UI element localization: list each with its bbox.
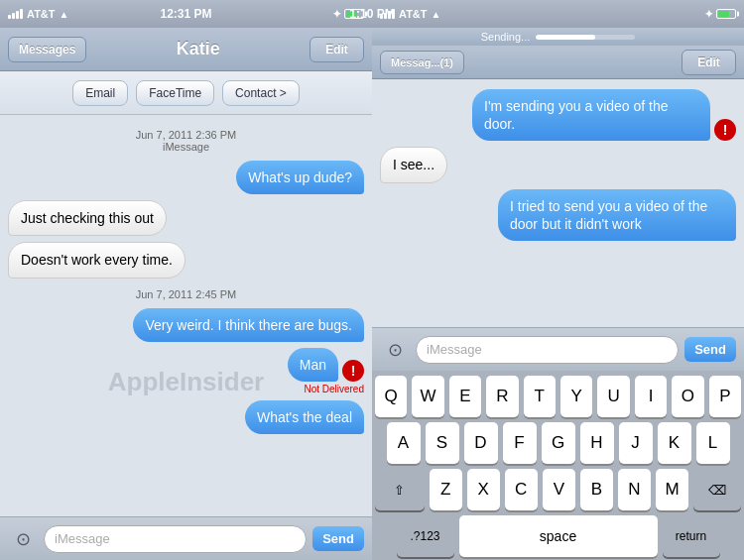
delete-key[interactable]: ⌫ [693, 469, 741, 510]
bluetooth-icon-2: ✦ [704, 8, 713, 21]
status-right-2: ✦ [704, 8, 736, 21]
bubble-sent: Man [288, 348, 338, 382]
key-a[interactable]: A [387, 422, 421, 464]
bubble-received: Just checking this out [8, 200, 167, 236]
msg-row: What's the deal [8, 400, 364, 434]
key-z[interactable]: Z [430, 469, 462, 510]
input-bar-2: ⊙ iMessage Send [372, 327, 744, 371]
camera-button-2[interactable]: ⊙ [380, 335, 410, 365]
wifi-icon-1: ▲ [60, 9, 69, 20]
key-q[interactable]: Q [375, 376, 407, 417]
send-button-1[interactable]: Send [312, 526, 364, 551]
error-icon: ! [342, 360, 364, 382]
key-n[interactable]: N [618, 469, 651, 510]
shift-key[interactable]: ⇧ [375, 469, 425, 510]
time-1: 12:31 PM [160, 7, 211, 21]
key-x[interactable]: X [467, 469, 500, 510]
bubble-sent: What's up dude? [236, 161, 364, 194]
phone1: AT&T ▲ 12:31 PM ✦ Messages Katie Edit Em… [0, 0, 372, 560]
key-o[interactable]: O [672, 376, 703, 417]
key-e[interactable]: E [449, 376, 481, 417]
msg-with-error: Man ! Not Delivered [8, 348, 364, 394]
kb-row-1: Q W E R T Y U I O P [375, 376, 741, 417]
status-bar-1: AT&T ▲ 12:31 PM ✦ [0, 0, 372, 28]
numbers-key[interactable]: .?123 [397, 515, 454, 557]
key-h[interactable]: H [580, 422, 614, 464]
status-bar-2: AT&T ▲ 1:10 PM ✦ [372, 0, 744, 28]
contact-button[interactable]: Contact > [222, 80, 300, 106]
space-key[interactable]: space [459, 515, 658, 557]
messages-area-2: I'm sending you a video of the door. ! I… [372, 79, 744, 327]
key-j[interactable]: J [619, 422, 653, 464]
msg-row: Just checking this out [8, 200, 364, 236]
time-2: 1:10 PM [372, 7, 395, 21]
msg-row: I'm sending you a video of the door. ! [380, 89, 736, 141]
send-button-2[interactable]: Send [684, 337, 736, 362]
timestamp-1: Jun 7, 2011 2:36 PMiMessage [8, 129, 364, 153]
edit-button-1[interactable]: Edit [310, 37, 364, 62]
key-t[interactable]: T [524, 376, 556, 417]
input-placeholder-1: iMessage [55, 531, 110, 546]
key-f[interactable]: F [503, 422, 537, 464]
bar3 [16, 11, 19, 19]
msg-row: I tried to send you a video of the door … [380, 189, 736, 241]
timestamp-2: Jun 7, 2011 2:45 PM [8, 288, 364, 300]
sending-bar: Sending... [372, 28, 744, 46]
key-i[interactable]: I [635, 376, 667, 417]
imessage-input-1[interactable]: iMessage [44, 525, 307, 553]
sending-fill [536, 35, 595, 40]
key-k[interactable]: K [658, 422, 691, 464]
msg-row: Man ! [8, 348, 364, 382]
msg-row: Doesn't work every time. [8, 242, 364, 278]
key-c[interactable]: C [505, 469, 538, 510]
battery-2 [716, 9, 736, 19]
edit-button-2[interactable]: Edit [682, 50, 736, 75]
bar4 [20, 9, 23, 19]
bubble-sent: What's the deal [245, 400, 364, 434]
error-icon-2: ! [714, 119, 736, 141]
nav-bar-1: Messages Katie Edit [0, 28, 372, 71]
key-r[interactable]: R [486, 376, 518, 417]
email-button[interactable]: Email [72, 80, 128, 106]
key-w[interactable]: W [412, 376, 443, 417]
return-key[interactable]: return [663, 515, 720, 557]
bar1 [8, 15, 11, 19]
back-button-1[interactable]: Messages [8, 37, 86, 62]
key-s[interactable]: S [426, 422, 459, 464]
bluetooth-icon-1: ✦ [332, 8, 341, 21]
messages-area-1: Jun 7, 2011 2:36 PMiMessage What's up du… [0, 115, 372, 516]
kb-row-3: ⇧ Z X C V B N M ⌫ [375, 469, 741, 510]
status-left-1: AT&T ▲ [8, 8, 68, 20]
key-g[interactable]: G [542, 422, 575, 464]
camera-button-1[interactable]: ⊙ [8, 524, 38, 554]
facetime-button[interactable]: FaceTime [136, 80, 214, 106]
key-m[interactable]: M [656, 469, 688, 510]
key-u[interactable]: U [597, 376, 629, 417]
sending-label: Sending... [481, 31, 531, 43]
key-l[interactable]: L [696, 422, 730, 464]
msg-with-error-2: I'm sending you a video of the door. ! [380, 89, 736, 141]
imessage-input-2[interactable]: iMessage [416, 336, 679, 364]
nav-title-1: Katie [177, 39, 220, 59]
input-bar-1: ⊙ iMessage Send [0, 516, 372, 560]
key-p[interactable]: P [709, 376, 741, 417]
input-placeholder-2: iMessage [427, 342, 482, 357]
kb-row-2: A S D F G H J K L [375, 422, 741, 464]
back-button-2[interactable]: Messag...(1) [380, 51, 464, 74]
key-y[interactable]: Y [560, 376, 592, 417]
bubble-received: Doesn't work every time. [8, 242, 186, 278]
msg-row: What's up dude? [8, 161, 364, 194]
key-b[interactable]: B [580, 469, 613, 510]
bubble-sent: Very weird. I think there are bugs. [133, 308, 364, 342]
bar2 [12, 13, 15, 19]
bubble-sent: I'm sending you a video of the door. [472, 89, 710, 141]
kb-row-4: .?123 space return [375, 515, 741, 557]
msg-row: I see... [380, 147, 736, 182]
key-v[interactable]: V [543, 469, 575, 510]
key-d[interactable]: D [464, 422, 498, 464]
sending-progress [536, 35, 635, 40]
signal-bars-1 [8, 9, 23, 19]
phone2: AT&T ▲ 1:10 PM ✦ Sending... Messag...(1)… [372, 0, 744, 560]
action-bar: Email FaceTime Contact > [0, 71, 372, 115]
keyboard: Q W E R T Y U I O P A S D F G H J K L ⇧ … [372, 371, 744, 560]
